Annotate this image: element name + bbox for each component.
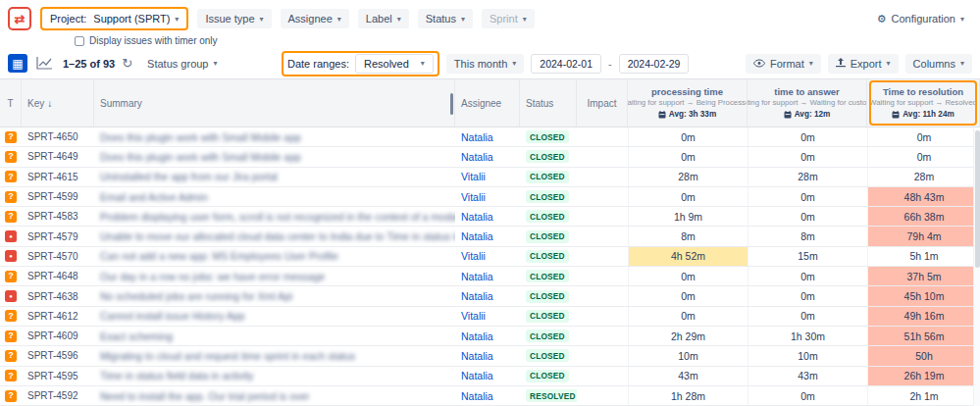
table-row[interactable]: ? SPRT-4599 Email and Active Admin Vital…: [0, 187, 980, 207]
status-filter[interactable]: Status ▾: [418, 9, 473, 28]
table-row[interactable]: ● SPRT-4570 Can not add a new app: MS Em…: [0, 247, 980, 267]
issue-type-icon: ?: [5, 370, 17, 381]
issue-key[interactable]: SPRT-4595: [22, 367, 94, 385]
issue-assignee[interactable]: Natalia: [455, 147, 520, 166]
issue-key[interactable]: SPRT-4638: [22, 286, 94, 305]
cell-time-to-resolution: 50h: [867, 346, 980, 365]
issue-summary: No scheduled jobs are running for Xml Ap…: [100, 290, 292, 302]
cell-time-to-resolution: 0m: [867, 147, 980, 166]
export-label: Export: [851, 58, 882, 70]
table-row[interactable]: ? SPRT-4648 Our day in a row no jobs: we…: [0, 267, 980, 286]
chevron-down-icon: ▾: [887, 59, 891, 68]
table-row[interactable]: ? SPRT-4592 Need to install the app. Our…: [0, 386, 980, 406]
issue-key[interactable]: SPRT-4592: [22, 386, 94, 405]
issue-key[interactable]: SPRT-4612: [22, 307, 94, 326]
table-header: T Key ↓ Summary Assignee Status Impact p…: [0, 78, 980, 127]
col-status[interactable]: Status: [520, 79, 577, 127]
table-row[interactable]: ? SPRT-4612 Cannot install issue History…: [0, 307, 980, 327]
issue-key[interactable]: SPRT-4570: [22, 247, 94, 266]
col-type[interactable]: T: [0, 79, 22, 127]
issue-assignee[interactable]: Natalia: [455, 207, 520, 226]
date-ranges-select[interactable]: Resolved ▾: [355, 54, 434, 74]
table-row[interactable]: ? SPRT-4650 Does this plugin work with S…: [0, 127, 980, 147]
table-row[interactable]: ? SPRT-4596 Migrating to cloud and reque…: [0, 346, 980, 366]
issue-assignee[interactable]: Natalia: [455, 327, 520, 345]
issue-type-filter[interactable]: Issue type ▾: [197, 9, 271, 28]
columns-menu[interactable]: Columns ▾: [905, 54, 972, 74]
table-row[interactable]: ● SPRT-4638 No scheduled jobs are runnin…: [0, 286, 980, 306]
issue-assignee[interactable]: Vitalii: [455, 307, 520, 326]
format-label: Format: [770, 58, 804, 70]
chevron-down-icon: ▾: [512, 59, 516, 68]
table-row[interactable]: ? SPRT-4609 Exact scheming Natalia CLOSE…: [0, 327, 980, 346]
chevron-down-icon: ▾: [421, 59, 425, 68]
issue-assignee[interactable]: Vitalii: [455, 187, 520, 206]
issue-key[interactable]: SPRT-4609: [22, 327, 94, 345]
col-key[interactable]: Key ↓: [22, 79, 94, 127]
issue-assignee[interactable]: Natalia: [455, 227, 520, 245]
col-time-to-answer[interactable]: time to answer Waiting for support → Wai…: [748, 79, 867, 127]
chevron-down-icon: ▾: [461, 15, 465, 24]
col-time-to-resolution[interactable]: Time to resolution Waiting for support →…: [867, 79, 980, 127]
sort-desc-icon: ↓: [47, 98, 52, 109]
issue-key[interactable]: SPRT-4596: [22, 346, 94, 365]
table-row[interactable]: ● SPRT-4579 Unable to move our allocated…: [0, 227, 980, 246]
issue-assignee[interactable]: Natalia: [455, 346, 520, 365]
calendar-icon: [892, 111, 900, 119]
timer-only-checkbox[interactable]: [75, 36, 84, 46]
issue-key[interactable]: SPRT-4649: [22, 147, 94, 166]
issue-assignee[interactable]: Vitalii: [455, 168, 520, 186]
issue-key[interactable]: SPRT-4579: [22, 227, 94, 245]
vertical-scrollbar[interactable]: [973, 128, 980, 406]
table-row[interactable]: ? SPRT-4615 Uninstalled the app from our…: [0, 168, 980, 187]
issue-key[interactable]: SPRT-4599: [22, 187, 94, 206]
impact-cell: [577, 187, 628, 206]
status-badge: CLOSED: [526, 370, 569, 382]
table-row[interactable]: ? SPRT-4583 Problem displaying user form…: [0, 207, 980, 227]
issue-type-icon: ?: [5, 171, 17, 182]
period-select[interactable]: This month ▾: [446, 54, 524, 74]
issue-key[interactable]: SPRT-4583: [22, 207, 94, 226]
issue-assignee[interactable]: Natalia: [455, 127, 520, 146]
format-menu[interactable]: Format ▾: [746, 54, 821, 74]
issue-summary: Exact scheming: [100, 330, 173, 342]
col-processing-time[interactable]: processing time Waiting for support → Be…: [628, 79, 748, 127]
col-impact[interactable]: Impact: [577, 79, 628, 127]
grid-view-button[interactable]: ▦: [8, 54, 27, 73]
date-to-input[interactable]: 2024-02-29: [619, 54, 690, 74]
scrollbar-thumb[interactable]: [975, 130, 980, 268]
table-row[interactable]: ? SPRT-4649 Does this plugin work with S…: [0, 147, 980, 167]
issue-key[interactable]: SPRT-4650: [22, 127, 94, 146]
column-resize-handle[interactable]: [450, 93, 453, 115]
cell-time-to-resolution: 28m: [867, 168, 980, 186]
issue-key[interactable]: SPRT-4615: [22, 168, 94, 186]
date-range-separator: -: [608, 58, 612, 70]
chart-view-button[interactable]: [34, 54, 54, 73]
table-row[interactable]: ? SPRT-4595 Time in status field data in…: [0, 367, 980, 386]
cell-time-to-answer: 0m: [748, 267, 867, 285]
calendar-icon: [784, 111, 792, 119]
issue-assignee[interactable]: Natalia: [455, 267, 520, 285]
chevron-down-icon: ▾: [213, 59, 217, 68]
project-select[interactable]: Project: Support (SPRT) ▾: [46, 10, 182, 27]
status-group-select[interactable]: Status group ▾: [139, 54, 225, 74]
label-filter[interactable]: Label ▾: [358, 9, 409, 28]
issue-type-icon: ?: [5, 330, 17, 342]
col-assignee[interactable]: Assignee: [455, 79, 520, 127]
app-logo[interactable]: ⇄: [8, 7, 31, 30]
issue-assignee[interactable]: Natalia: [455, 367, 520, 385]
col-summary[interactable]: Summary: [94, 79, 455, 127]
issue-assignee[interactable]: Vitalii: [455, 247, 520, 266]
configuration-menu[interactable]: ⚙ Configuration ▾: [869, 9, 972, 29]
issue-assignee[interactable]: Natalia: [455, 386, 520, 405]
app-window: ⇄ Project: Support (SPRT) ▾ Issue type ▾…: [0, 0, 980, 406]
refresh-icon[interactable]: ↻: [122, 57, 132, 70]
timer-filter-row: Display issues with timer only: [0, 33, 980, 48]
issue-key[interactable]: SPRT-4648: [22, 267, 94, 285]
cell-time-to-resolution: 37h 5m: [867, 267, 980, 285]
chevron-down-icon: ▾: [960, 15, 964, 24]
export-menu[interactable]: Export ▾: [828, 54, 899, 74]
date-from-input[interactable]: 2024-02-01: [531, 54, 601, 74]
issue-assignee[interactable]: Natalia: [455, 286, 520, 305]
assignee-filter[interactable]: Assignee ▾: [281, 9, 349, 28]
